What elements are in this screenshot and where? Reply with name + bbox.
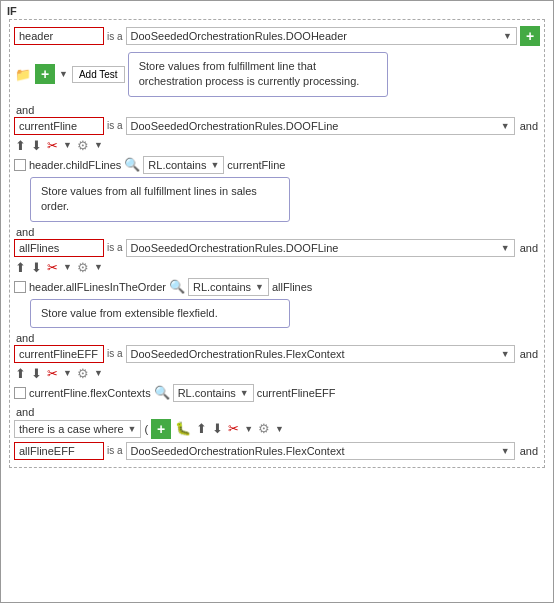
scissors-arrow-3[interactable]: ▼	[62, 262, 73, 272]
case-down-icon[interactable]: ⬇	[211, 421, 224, 436]
checkbox-2[interactable]	[14, 281, 26, 293]
gear-icon-4[interactable]: ⚙	[76, 366, 90, 381]
case-gear-icon[interactable]: ⚙	[257, 421, 271, 436]
toolbar-row-4: ⬆ ⬇ ✂ ▼ ⚙ ▼	[14, 366, 540, 381]
currentflineeff-var[interactable]: currentFlineEFF	[14, 345, 104, 363]
row-allflineeff: allFlineEFF is a DooSeededOrchestrationR…	[14, 442, 540, 460]
rules-box: header is a DooSeededOrchestrationRules.…	[9, 19, 545, 468]
paren-open: (	[144, 423, 148, 435]
currentfline-var[interactable]: currentFline	[14, 117, 104, 135]
toolbar-row-3: ⬆ ⬇ ✂ ▼ ⚙ ▼	[14, 260, 540, 275]
toolbar-arrow-icon[interactable]: ▼	[58, 69, 69, 79]
row-currentfline: currentFline is a DooSeededOrchestration…	[14, 117, 540, 135]
last-row-end-and: and	[518, 444, 540, 458]
gear-arrow-4[interactable]: ▼	[93, 368, 104, 378]
flex-contexts-field: currentFline.flexContexts	[29, 387, 151, 399]
allflines-dropdown-arrow: ▼	[501, 243, 510, 253]
is-a-label-4: is a	[107, 348, 123, 359]
case-gear-arrow[interactable]: ▼	[274, 424, 285, 434]
search-icon-1[interactable]: 🔍	[124, 157, 140, 172]
scissors-icon-4[interactable]: ✂	[46, 366, 59, 381]
child-flines-end-var: currentFline	[227, 159, 285, 171]
tooltip-1: Store values from fulfillment line that …	[128, 52, 388, 97]
currentflineeff-dropdown[interactable]: DooSeededOrchestrationRules.FlexContext …	[126, 345, 515, 363]
row2-end-and: and	[518, 119, 540, 133]
down-icon-2[interactable]: ⬇	[30, 138, 43, 153]
all-flines-order-field: header.allFLinesInTheOrder	[29, 281, 166, 293]
row-allflines: allFlines is a DooSeededOrchestrationRul…	[14, 239, 540, 257]
toolbar-row-1: 📁 + ▼ Add Test Store values from fulfill…	[14, 49, 540, 100]
is-a-label-5: is a	[107, 445, 123, 456]
checkbox-row-2: header.allFLinesInTheOrder 🔍 RL.contains…	[14, 278, 540, 296]
allflineeff-var[interactable]: allFlineEFF	[14, 442, 104, 460]
allflineeff-dropdown[interactable]: DooSeededOrchestrationRules.FlexContext …	[126, 442, 515, 460]
add-test-plus-btn[interactable]: +	[35, 64, 55, 84]
allflines-var[interactable]: allFlines	[14, 239, 104, 257]
down-icon-3[interactable]: ⬇	[30, 260, 43, 275]
contains-dropdown-1[interactable]: RL.contains ▼	[143, 156, 224, 174]
main-container: IF header is a DooSeededOrchestrationRul…	[0, 0, 554, 603]
tooltip-2: Store values from all fulfillment lines …	[30, 177, 290, 222]
bottom-case-row: there is a case where ▼ ( + 🐛 ⬆ ⬇ ✂ ▼ ⚙ …	[14, 419, 540, 439]
case-bug-icon[interactable]: 🐛	[174, 421, 192, 436]
is-a-label-2: is a	[107, 120, 123, 131]
case-scissors-arrow[interactable]: ▼	[243, 424, 254, 434]
folder-icon[interactable]: 📁	[14, 67, 32, 82]
search-icon-3[interactable]: 🔍	[154, 385, 170, 400]
row-currentflineeff: currentFlineEFF is a DooSeededOrchestrat…	[14, 345, 540, 363]
row4-end-and: and	[518, 347, 540, 361]
case-scissors-icon[interactable]: ✂	[227, 421, 240, 436]
scissors-icon-3[interactable]: ✂	[46, 260, 59, 275]
scissors-arrow-4[interactable]: ▼	[62, 368, 73, 378]
scissors-icon-2[interactable]: ✂	[46, 138, 59, 153]
is-a-label-3: is a	[107, 242, 123, 253]
up-icon-4[interactable]: ⬆	[14, 366, 27, 381]
and-label-3: and	[14, 331, 540, 345]
header-var[interactable]: header	[14, 27, 104, 45]
header-dropdown[interactable]: DooSeededOrchestrationRules.DOOHeader ▼	[126, 27, 517, 45]
checkbox-3[interactable]	[14, 387, 26, 399]
child-flines-field: header.childFLines	[29, 159, 121, 171]
if-label: IF	[7, 5, 17, 17]
add-test-button[interactable]: Add Test	[72, 66, 125, 83]
gear-icon-3[interactable]: ⚙	[76, 260, 90, 275]
allflines-end-var: allFlines	[272, 281, 312, 293]
and-label-2: and	[14, 225, 540, 239]
currentfline-dropdown[interactable]: DooSeededOrchestrationRules.DOOFLine ▼	[126, 117, 515, 135]
checkbox-row-1: header.childFLines 🔍 RL.contains ▼ curre…	[14, 156, 540, 174]
case-add-btn[interactable]: +	[151, 419, 171, 439]
case-up-icon[interactable]: ⬆	[195, 421, 208, 436]
add-row-button[interactable]: +	[520, 26, 540, 46]
up-icon-3[interactable]: ⬆	[14, 260, 27, 275]
up-icon-2[interactable]: ⬆	[14, 138, 27, 153]
header-dropdown-arrow: ▼	[503, 31, 512, 41]
gear-arrow-3[interactable]: ▼	[93, 262, 104, 272]
gear-icon-2[interactable]: ⚙	[76, 138, 90, 153]
search-icon-2[interactable]: 🔍	[169, 279, 185, 294]
scissors-arrow-2[interactable]: ▼	[62, 140, 73, 150]
currentflineeff-end-var: currentFlineEFF	[257, 387, 336, 399]
allflines-dropdown[interactable]: DooSeededOrchestrationRules.DOOFLine ▼	[126, 239, 515, 257]
down-icon-4[interactable]: ⬇	[30, 366, 43, 381]
is-a-label-1: is a	[107, 31, 123, 42]
checkbox-1[interactable]	[14, 159, 26, 171]
currentfline-dropdown-arrow: ▼	[501, 121, 510, 131]
toolbar-row-2: ⬆ ⬇ ✂ ▼ ⚙ ▼	[14, 138, 540, 153]
case-where-dropdown[interactable]: there is a case where ▼	[14, 420, 141, 438]
and-label-1: and	[14, 103, 540, 117]
contains-dropdown-2[interactable]: RL.contains ▼	[188, 278, 269, 296]
gear-arrow-2[interactable]: ▼	[93, 140, 104, 150]
checkbox-row-3: currentFline.flexContexts 🔍 RL.contains …	[14, 384, 540, 402]
allflineeff-dropdown-arrow: ▼	[501, 446, 510, 456]
row-header: header is a DooSeededOrchestrationRules.…	[14, 26, 540, 46]
tooltip-3: Store value from extensible flexfield.	[30, 299, 290, 328]
and-label-4: and	[14, 405, 540, 419]
row3-end-and: and	[518, 241, 540, 255]
contains-dropdown-3[interactable]: RL.contains ▼	[173, 384, 254, 402]
currentflineeff-dropdown-arrow: ▼	[501, 349, 510, 359]
